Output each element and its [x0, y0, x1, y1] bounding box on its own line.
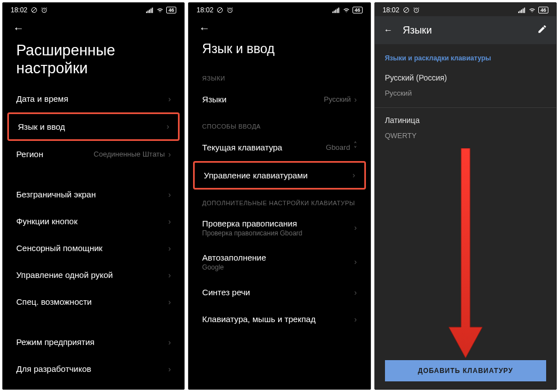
svg-rect-13: [335, 10, 336, 13]
back-button[interactable]: ←: [189, 16, 370, 38]
chevron-right-icon: ›: [354, 315, 357, 324]
chevron-right-icon: ›: [168, 297, 171, 306]
value: Соединенные Штаты: [93, 150, 165, 158]
sub: Google: [202, 263, 266, 271]
row-keyboard-mouse-trackpad[interactable]: Клавиатура, мышь и трекпад ›: [189, 306, 370, 333]
svg-rect-14: [337, 8, 338, 13]
chevron-right-icon: ›: [354, 257, 357, 266]
row-accessibility[interactable]: Спец. возможности ›: [3, 289, 184, 315]
row-language-input[interactable]: Язык и ввод ›: [7, 112, 180, 141]
svg-rect-22: [523, 8, 524, 13]
label: Для разработчиков: [16, 364, 91, 374]
status-bar: 18:02 46: [3, 3, 184, 16]
svg-rect-5: [149, 10, 151, 13]
svg-rect-3: [146, 12, 147, 13]
label: Управление клавиатурами: [204, 171, 308, 180]
back-arrow-icon: ←: [384, 25, 393, 35]
language-name: Русский (Россия): [375, 68, 556, 88]
row-developer-options[interactable]: Для разработчиков ›: [3, 356, 184, 382]
chevron-right-icon: ›: [168, 217, 171, 226]
screen-language-input: 18:02 46 ← Язык и ввод ЯЗЫКИ Языки Русск…: [188, 2, 370, 390]
wifi-icon: [342, 7, 350, 13]
svg-rect-6: [151, 8, 152, 13]
dnd-icon: [403, 7, 410, 13]
label: Спец. возможности: [16, 297, 92, 306]
label: Регион: [16, 149, 43, 159]
chevron-right-icon: ›: [168, 244, 171, 253]
signal-icon: [518, 7, 526, 13]
screen-advanced-settings: 18:02 46 ← Расширенные настройки Дата и …: [2, 2, 185, 390]
label: Синтез речи: [202, 287, 250, 297]
chevron-right-icon: ›: [168, 150, 171, 159]
row-languages[interactable]: Языки Русский ›: [189, 86, 370, 113]
alarm-icon: [41, 7, 48, 13]
pencil-icon: [537, 24, 547, 34]
row-edge-screen[interactable]: Безграничный экран ›: [3, 181, 184, 208]
attention-arrow-icon: [443, 148, 488, 361]
row-button-functions[interactable]: Функции кнопок ›: [3, 208, 184, 235]
svg-line-17: [404, 8, 408, 12]
language-entry-2[interactable]: Латиница QWERTY: [375, 110, 556, 148]
row-date-time[interactable]: Дата и время ›: [3, 86, 184, 112]
battery-level: 46: [353, 7, 363, 13]
row-tts[interactable]: Синтез речи ›: [189, 279, 370, 306]
back-button[interactable]: ←: [384, 25, 393, 35]
svg-rect-15: [338, 8, 339, 13]
label: Режим предприятия: [16, 337, 95, 347]
language-layout: Русский: [375, 88, 556, 105]
section-languages-layouts: Языки и раскладки клавиатуры: [375, 44, 556, 68]
section-input-methods: СПОСОБЫ ВВОДА: [189, 113, 370, 134]
chevron-right-icon: ›: [168, 95, 171, 103]
svg-rect-21: [521, 10, 522, 13]
signal-icon: [332, 7, 340, 13]
language-layout: QWERTY: [375, 130, 556, 148]
add-keyboard-button[interactable]: ДОБАВИТЬ КЛАВИАТУРУ: [385, 360, 546, 381]
chevron-right-icon: ›: [354, 223, 357, 232]
back-button[interactable]: ←: [3, 16, 184, 38]
chevron-right-icon: ›: [168, 365, 171, 374]
alarm-icon: [227, 7, 233, 13]
row-manage-keyboards[interactable]: Управление клавиатурами ›: [193, 161, 365, 190]
wifi-icon: [528, 7, 536, 13]
label: Клавиатура, мышь и трекпад: [202, 314, 316, 324]
row-one-hand[interactable]: Управление одной рукой ›: [3, 262, 184, 289]
app-bar: ← Языки: [375, 16, 556, 44]
svg-rect-4: [148, 11, 149, 13]
language-entry-1[interactable]: Русский (Россия) Русский: [375, 68, 556, 105]
svg-rect-19: [518, 12, 519, 13]
chevron-right-icon: ›: [167, 122, 170, 131]
edit-button[interactable]: [537, 24, 547, 36]
battery-level: 46: [166, 7, 176, 13]
row-autofill[interactable]: Автозаполнение Google ›: [189, 245, 370, 279]
wifi-icon: [156, 7, 164, 13]
label: Автозаполнение: [202, 253, 266, 262]
svg-line-9: [218, 8, 222, 12]
sort-icon: ˄˅: [354, 143, 357, 151]
row-touch-assistant[interactable]: Сенсорный помощник ›: [3, 235, 184, 262]
svg-rect-11: [332, 12, 333, 13]
signal-icon: [146, 7, 154, 13]
chevron-right-icon: ›: [168, 338, 171, 347]
svg-line-1: [32, 8, 36, 12]
row-spellcheck[interactable]: Проверка правописания Проверка правописа…: [189, 211, 370, 245]
svg-rect-23: [524, 8, 525, 13]
row-region[interactable]: Регион Соединенные Штаты ›: [3, 141, 184, 168]
status-time: 18:02: [383, 6, 400, 14]
chevron-right-icon: ›: [353, 171, 355, 180]
status-bar: 18:02 46: [375, 3, 556, 16]
section-extra-keyboard: ДОПОЛНИТЕЛЬНЫЕ НАСТРОЙКИ КЛАВИАТУРЫ: [189, 190, 370, 211]
row-enterprise-mode[interactable]: Режим предприятия ›: [3, 329, 184, 356]
label: Управление одной рукой: [16, 270, 113, 280]
chevron-right-icon: ›: [168, 190, 171, 199]
alarm-icon: [413, 7, 420, 13]
chevron-right-icon: ›: [354, 288, 357, 297]
value: Русский: [324, 95, 351, 103]
row-current-keyboard[interactable]: Текущая клавиатура Gboard ˄˅: [189, 134, 370, 161]
status-bar: 18:02 46: [189, 3, 370, 16]
label: Текущая клавиатура: [202, 143, 282, 152]
label: Проверка правописания: [202, 219, 302, 228]
page-title: Язык и ввод: [189, 38, 370, 65]
svg-rect-20: [520, 11, 521, 13]
chevron-right-icon: ›: [354, 95, 357, 104]
label: Функции кнопок: [16, 216, 77, 226]
